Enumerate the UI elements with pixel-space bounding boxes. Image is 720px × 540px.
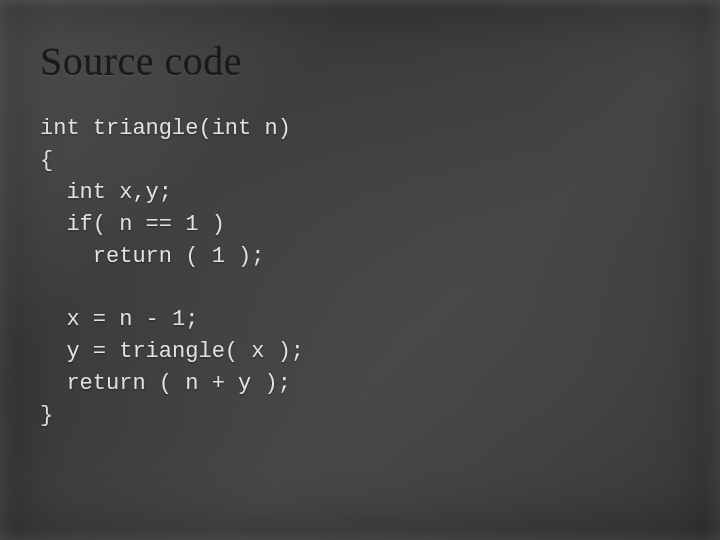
slide: Source code int triangle(int n) { int x,… — [0, 0, 720, 540]
slide-title: Source code — [40, 38, 680, 85]
code-block: int triangle(int n) { int x,y; if( n == … — [40, 113, 680, 432]
